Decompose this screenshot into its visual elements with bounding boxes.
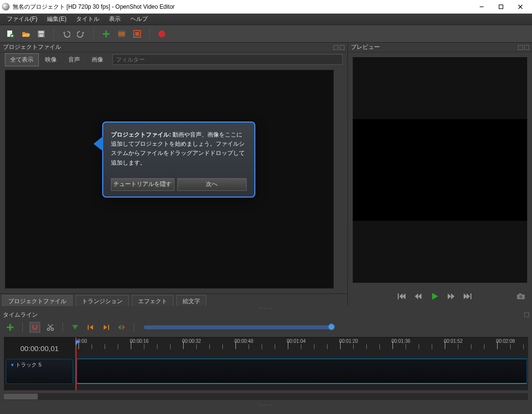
bubble-arrow-icon (94, 136, 103, 152)
jump-start-icon[interactable] (397, 292, 406, 301)
maximize-button[interactable] (491, 0, 511, 14)
timeline-body: 00:00:00,01 ▼ トラック 5 0:0000:00:1600:00:3… (4, 337, 528, 390)
rewind-icon[interactable] (414, 292, 422, 301)
dock-float-icon[interactable] (333, 45, 338, 50)
snap-icon[interactable] (30, 322, 40, 333)
timeline-panel-header: タイムライン (0, 310, 532, 320)
hide-tutorial-button[interactable]: チュートリアルを隠す (111, 178, 174, 191)
filter-all-tab[interactable]: 全て表示 (5, 53, 39, 66)
fullscreen-icon[interactable] (132, 29, 142, 39)
timeline-h-scrollbar[interactable] (4, 393, 528, 400)
menu-help[interactable]: ヘルプ (126, 14, 152, 24)
timeline-current-time: 00:00:00,01 (4, 337, 75, 359)
svg-point-22 (519, 295, 522, 298)
snapshot-icon[interactable] (516, 292, 525, 301)
svg-point-18 (158, 31, 165, 37)
track-row[interactable] (77, 359, 527, 384)
project-filter-row: 全て表示 映像 音声 画像 (0, 52, 347, 67)
menu-title[interactable]: タイトル (72, 14, 103, 24)
preview-canvas (353, 119, 527, 221)
preview-viewport (353, 57, 527, 283)
svg-rect-1 (499, 5, 503, 9)
tab-emoji[interactable]: 絵文字 (176, 295, 206, 306)
new-project-icon[interactable] (5, 29, 16, 39)
project-files-panel-header: プロジェクトファイル (0, 43, 347, 52)
ruler-label: 00:00:48 (235, 338, 253, 344)
play-icon[interactable] (430, 292, 439, 301)
preview-panel-header: プレビュー (348, 43, 532, 52)
menu-file[interactable]: ファイル(F) (3, 14, 41, 24)
profile-icon[interactable] (116, 29, 127, 39)
project-files-title: プロジェクトファイル (3, 43, 61, 51)
dock-close-icon[interactable] (524, 45, 529, 50)
timeline-ruler[interactable]: 0:0000:00:1600:00:3200:00:4800:01:0400:0… (76, 337, 528, 359)
ruler-label: 00:01:52 (444, 338, 463, 344)
preview-title: プレビュー (351, 43, 380, 51)
toolbar-separator (94, 29, 94, 39)
svg-rect-9 (39, 31, 44, 33)
export-icon[interactable] (156, 29, 167, 39)
svg-rect-19 (398, 293, 399, 299)
ruler-label: 00:02:08 (496, 338, 515, 344)
project-files-area[interactable]: プロジェクトファイル: 動画や音声、画像をここに追加してプロジェクトを始めましょ… (5, 70, 334, 289)
marker-icon[interactable] (70, 322, 80, 333)
svg-rect-17 (135, 32, 139, 36)
titlebar: 無名のプロジェクト [HD 720p 30 fps] - OpenShot Vi… (0, 0, 532, 14)
menu-view[interactable]: 表示 (105, 14, 125, 24)
scrollbar-thumb[interactable] (4, 394, 38, 399)
ruler-label: 00:01:04 (287, 338, 306, 344)
open-project-icon[interactable] (20, 29, 31, 39)
project-panel-tabs: プロジェクトファイル トランジション エフェクト 絵文字 (0, 293, 347, 306)
filter-input[interactable] (112, 54, 343, 65)
app-logo-icon (2, 3, 10, 11)
filter-video-tab[interactable]: 映像 (40, 53, 62, 66)
track-header[interactable]: ▼ トラック 5 (6, 359, 73, 384)
import-files-icon[interactable] (101, 29, 111, 39)
timeline-title: タイムライン (3, 311, 38, 319)
next-marker-icon[interactable] (101, 322, 111, 333)
dock-close-icon[interactable] (340, 45, 344, 50)
svg-rect-31 (108, 325, 109, 330)
fast-forward-icon[interactable] (447, 292, 455, 301)
save-project-icon[interactable] (36, 29, 47, 39)
svg-rect-10 (39, 34, 43, 37)
horizontal-splitter[interactable]: ······ (0, 306, 532, 310)
undo-icon[interactable] (61, 29, 71, 39)
svg-rect-20 (470, 293, 471, 299)
ruler-label: 00:01:36 (391, 338, 410, 344)
filter-audio-tab[interactable]: 音声 (63, 53, 85, 66)
tutorial-bubble: プロジェクトファイル: 動画や音声、画像をここに追加してプロジェクトを始めましょ… (102, 122, 255, 198)
horizontal-splitter[interactable]: ······ (0, 403, 532, 407)
dock-float-icon[interactable] (518, 45, 523, 50)
center-playhead-icon[interactable] (116, 322, 127, 333)
jump-end-icon[interactable] (463, 292, 472, 301)
prev-marker-icon[interactable] (85, 322, 96, 333)
playhead[interactable] (76, 337, 77, 390)
minimize-button[interactable] (472, 0, 491, 14)
main-toolbar (0, 25, 532, 43)
tab-effects[interactable]: エフェクト (132, 295, 173, 306)
svg-rect-14 (118, 31, 125, 32)
project-scrollbar[interactable] (335, 70, 342, 288)
ruler-label: 00:00:16 (130, 338, 149, 344)
menubar: ファイル(F) 編集(E) タイトル 表示 ヘルプ (0, 14, 532, 25)
transport-controls (348, 287, 532, 306)
zoom-slider-thumb[interactable] (328, 323, 335, 330)
svg-rect-23 (519, 293, 521, 295)
close-button[interactable] (511, 0, 530, 14)
filter-image-tab[interactable]: 画像 (86, 53, 109, 66)
ruler-label: 00:01:20 (339, 338, 358, 344)
zoom-slider[interactable] (144, 325, 333, 329)
tab-project-files[interactable]: プロジェクトファイル (2, 295, 73, 306)
tab-transitions[interactable]: トランジション (76, 295, 129, 306)
svg-rect-15 (118, 36, 125, 37)
add-track-icon[interactable] (5, 322, 16, 333)
next-tutorial-button[interactable]: 次へ (177, 178, 247, 191)
razor-icon[interactable] (45, 322, 56, 333)
track-label: トラック 5 (16, 362, 41, 368)
redo-icon[interactable] (76, 29, 87, 39)
dock-float-icon[interactable] (524, 312, 529, 317)
svg-rect-30 (88, 325, 89, 330)
menu-edit[interactable]: 編集(E) (43, 14, 70, 24)
tutorial-text: プロジェクトファイル: 動画や音声、画像をここに追加してプロジェクトを始めましょ… (111, 130, 247, 168)
